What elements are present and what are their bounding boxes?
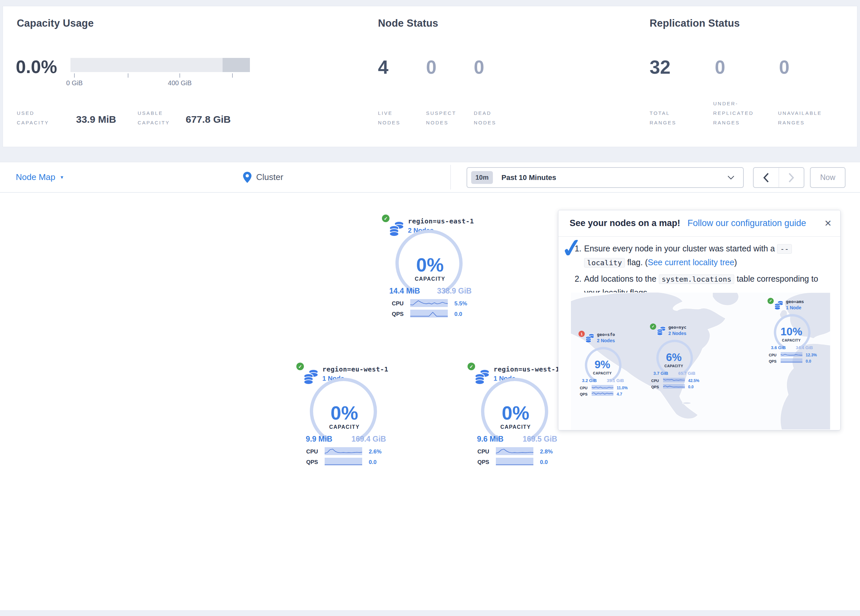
under-replicated-count: 0 bbox=[715, 56, 725, 78]
total-capacity: 34.4 GiB bbox=[792, 345, 817, 350]
locality-name: geo=ams bbox=[786, 299, 804, 304]
suspect-nodes-label: SUSPECTNODES bbox=[426, 108, 456, 127]
capacity-label: CAPACITY bbox=[767, 338, 815, 342]
qps-label: QPS bbox=[769, 359, 776, 363]
qps-value: 0.0 bbox=[540, 459, 548, 466]
cpu-value: 12.3% bbox=[806, 353, 817, 357]
qps-value: 0.0 bbox=[688, 385, 694, 389]
chevron-right-icon bbox=[789, 173, 794, 183]
used-capacity: 3.6 GiB bbox=[766, 345, 791, 350]
used-capacity-value: 33.9 MiB bbox=[76, 114, 116, 125]
code-chip: -- bbox=[777, 244, 792, 254]
usable-capacity-label: USABLECAPACITY bbox=[138, 108, 170, 127]
cpu-sparkline bbox=[663, 378, 685, 382]
cpu-label: CPU bbox=[651, 379, 659, 383]
total-capacity: 35.1 GiB bbox=[603, 378, 628, 383]
unavailable-ranges-label: UNAVAILABLERANGES bbox=[778, 108, 822, 127]
locality-tree-link[interactable]: See current locality tree bbox=[648, 258, 734, 267]
capacity-usage-title: Capacity Usage bbox=[17, 17, 94, 29]
toolbar-divider bbox=[450, 165, 451, 190]
database-stack-icon bbox=[774, 301, 784, 310]
cluster-overview-page: Capacity Usage 0.0% 0 GiB 400 GiB USEDCA… bbox=[0, 0, 860, 616]
cpu-sparkline bbox=[410, 299, 448, 307]
capacity-tick-label-0: 0 GiB bbox=[55, 79, 94, 87]
cpu-value: 11.0% bbox=[617, 386, 628, 390]
cpu-value: 2.6% bbox=[369, 448, 381, 455]
total-capacity: 338.9 GiB bbox=[431, 287, 477, 296]
under-replicated-label: UNDER-REPLICATEDRANGES bbox=[713, 99, 754, 127]
total-capacity: 169.5 GiB bbox=[517, 435, 563, 444]
used-capacity: 14.4 MiB bbox=[383, 287, 427, 296]
time-range-badge: 10m bbox=[471, 171, 493, 184]
cpu-label: CPU bbox=[392, 301, 404, 307]
region-card-eu-west-1[interactable]: ✓ region=eu-west-1 1 Node 0% CAPACITY 9.… bbox=[293, 361, 396, 470]
example-node-map: 1 geo=sfo 2 Nodes 9% CAPACITY 3.2 GiB 35… bbox=[571, 293, 830, 430]
qps-sparkline bbox=[663, 384, 685, 389]
capacity-tick bbox=[179, 74, 180, 78]
qps-sparkline bbox=[592, 391, 614, 396]
locality-name: geo=sfo bbox=[597, 332, 615, 337]
usable-capacity-value: 677.8 GiB bbox=[186, 114, 231, 125]
live-nodes-count: 4 bbox=[378, 56, 389, 78]
dead-nodes-label: DEADNODES bbox=[474, 108, 496, 127]
capacity-label: CAPACITY bbox=[379, 276, 481, 282]
region-card-us-west-1[interactable]: ✓ region=us-west-1 1 Node 0% CAPACITY 9.… bbox=[464, 361, 567, 470]
popup-header: See your nodes on a map! Follow our conf… bbox=[559, 210, 840, 237]
cpu-value: 2.8% bbox=[540, 448, 553, 455]
total-ranges-count: 32 bbox=[650, 56, 670, 78]
node-map-config-popup: See your nodes on a map! Follow our conf… bbox=[558, 210, 841, 430]
capacity-percent: 6% bbox=[650, 351, 698, 364]
cpu-value: 42.5% bbox=[688, 378, 699, 383]
used-capacity: 3.7 GiB bbox=[649, 371, 673, 376]
time-back-button[interactable] bbox=[754, 168, 779, 187]
close-icon[interactable]: ✕ bbox=[824, 218, 832, 229]
breadcrumb-cluster[interactable]: Cluster bbox=[243, 162, 283, 192]
cpu-sparkline bbox=[496, 447, 534, 455]
map-toolbar: Node Map ▾ Cluster 10m Past 10 Minutes bbox=[0, 162, 860, 193]
configuration-guide-link[interactable]: Follow our configuration guide bbox=[687, 218, 806, 228]
region-name: region=eu-west-1 bbox=[322, 365, 389, 373]
total-capacity: 65.7 GiB bbox=[674, 371, 699, 376]
capacity-label: CAPACITY bbox=[293, 424, 396, 430]
locality-nodes: 2 Nodes bbox=[597, 338, 615, 343]
cpu-sparkline bbox=[781, 352, 802, 357]
qps-label: QPS bbox=[306, 459, 318, 466]
qps-sparkline bbox=[496, 458, 534, 466]
qps-sparkline bbox=[325, 458, 362, 466]
cpu-label: CPU bbox=[306, 448, 318, 455]
qps-value: 0.0 bbox=[806, 359, 811, 364]
locality-nodes: 1 Node bbox=[786, 305, 801, 310]
qps-label: QPS bbox=[580, 392, 587, 396]
unavailable-ranges-count: 0 bbox=[779, 56, 789, 78]
qps-sparkline bbox=[781, 358, 802, 363]
qps-value: 0.0 bbox=[369, 459, 377, 466]
live-nodes-label: LIVENODES bbox=[378, 108, 400, 127]
popup-step-1: 1. Ensure every node in your cluster was… bbox=[571, 242, 829, 270]
healthy-check-icon: ✓ bbox=[650, 323, 656, 330]
healthy-check-icon: ✓ bbox=[767, 298, 774, 304]
capacity-bar-nonusable-segment bbox=[223, 58, 250, 72]
cpu-label: CPU bbox=[580, 386, 587, 390]
time-range-select[interactable]: 10m Past 10 Minutes bbox=[466, 167, 744, 188]
qps-label: QPS bbox=[651, 385, 659, 389]
capacity-label: CAPACITY bbox=[579, 371, 626, 375]
qps-sparkline bbox=[410, 310, 448, 318]
total-ranges-label: TOTALRANGES bbox=[650, 108, 676, 127]
chevron-down-icon bbox=[727, 176, 734, 180]
qps-value: 4.7 bbox=[617, 392, 622, 397]
popup-title: See your nodes on a map! bbox=[570, 218, 680, 228]
now-button[interactable]: Now bbox=[810, 167, 846, 188]
database-stack-icon bbox=[585, 333, 595, 343]
cpu-sparkline bbox=[325, 447, 362, 455]
time-forward-button[interactable] bbox=[779, 168, 804, 187]
capacity-label: CAPACITY bbox=[464, 424, 567, 430]
view-mode-dropdown[interactable]: Node Map ▾ bbox=[16, 162, 63, 192]
capacity-percent: 0% bbox=[379, 254, 481, 276]
region-card-us-east-1[interactable]: ✓ region=us-east-1 2 Nodes 0% CAPACITY 1… bbox=[379, 212, 481, 321]
total-capacity: 169.4 GiB bbox=[346, 435, 392, 444]
capacity-tick bbox=[74, 74, 75, 78]
used-capacity: 9.6 MiB bbox=[468, 435, 512, 444]
capacity-percent: 9% bbox=[579, 358, 626, 371]
used-capacity-label: USEDCAPACITY bbox=[17, 108, 49, 127]
qps-label: QPS bbox=[477, 459, 489, 466]
